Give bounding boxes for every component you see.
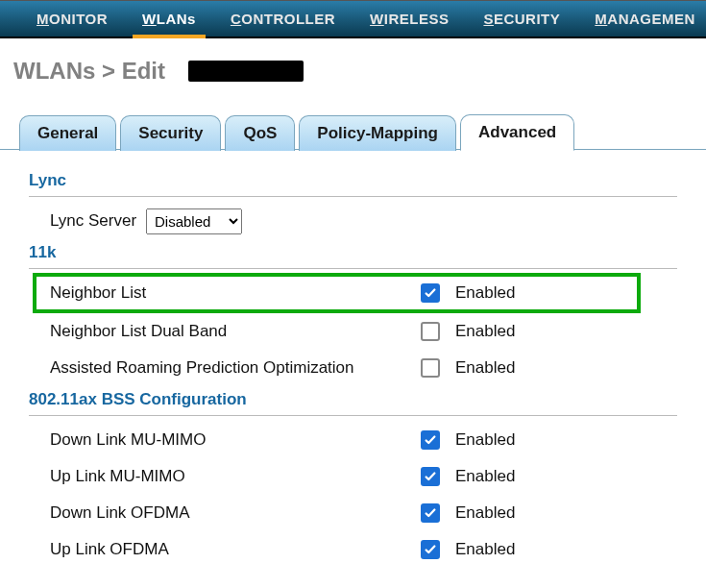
divider <box>29 268 677 269</box>
label-ul-ofdma: Up Link OFDMA <box>50 540 415 559</box>
tab-qos[interactable]: QoS <box>225 115 295 151</box>
row-ul-ofdma: Up Link OFDMA Enabled <box>29 531 677 568</box>
tab-policy-mapping[interactable]: Policy-Mapping <box>299 115 456 151</box>
section-80211ax-header: 802.11ax BSS Configuration <box>29 390 677 409</box>
select-lync-server[interactable]: Disabled <box>146 208 242 234</box>
status-dl-mumimo: Enabled <box>446 430 515 450</box>
tab-content-advanced: Lync Lync Server Disabled 11k Neighbor L… <box>0 149 706 588</box>
nav-wireless[interactable]: WIRELESS <box>353 1 466 37</box>
redacted-name <box>188 61 304 82</box>
label-neighbor-list-dual-band: Neighbor List Dual Band <box>50 322 415 341</box>
status-ul-mumimo: Enabled <box>446 467 515 486</box>
label-assisted-roaming: Assisted Roaming Prediction Optimization <box>50 358 415 378</box>
checkbox-dl-mumimo[interactable] <box>421 430 440 450</box>
section-11k-header: 11k <box>29 243 677 262</box>
nav-management[interactable]: MANAGEMEN <box>577 1 706 37</box>
row-lync-server: Lync Server Disabled <box>29 203 677 239</box>
nav-monitor[interactable]: MONITOR <box>19 1 125 37</box>
tab-advanced[interactable]: Advanced <box>460 114 574 151</box>
checkbox-neighbor-list[interactable] <box>421 283 440 303</box>
checkbox-dl-ofdma[interactable] <box>421 503 440 523</box>
status-ul-ofdma: Enabled <box>446 540 515 559</box>
label-dl-mumimo: Down Link MU-MIMO <box>50 430 415 450</box>
top-nav: MONITOR WLANs CONTROLLER WIRELESS SECURI… <box>0 0 706 38</box>
tab-general[interactable]: General <box>19 115 116 151</box>
nav-wlans[interactable]: WLANs <box>125 1 213 37</box>
divider <box>29 415 677 416</box>
page-title: WLANs > Edit <box>13 58 165 85</box>
tabs: General Security QoS Policy-Mapping Adva… <box>0 113 706 150</box>
status-dl-ofdma: Enabled <box>446 503 515 523</box>
row-dl-ofdma: Down Link OFDMA Enabled <box>29 495 677 531</box>
row-ul-mumimo: Up Link MU-MIMO Enabled <box>29 458 677 495</box>
row-dl-mumimo: Down Link MU-MIMO Enabled <box>29 422 677 458</box>
checkbox-ul-ofdma[interactable] <box>421 540 440 559</box>
status-neighbor-list: Enabled <box>446 283 515 303</box>
tab-security[interactable]: Security <box>120 115 221 151</box>
row-neighbor-list: Neighbor List Enabled <box>35 275 639 311</box>
status-assisted-roaming: Enabled <box>446 358 515 378</box>
checkbox-assisted-roaming[interactable] <box>421 358 440 378</box>
row-assisted-roaming: Assisted Roaming Prediction Optimization… <box>29 350 677 386</box>
nav-controller[interactable]: CONTROLLER <box>213 1 353 37</box>
checkbox-ul-mumimo[interactable] <box>421 467 440 486</box>
page-header: WLANs > Edit <box>0 38 706 110</box>
divider <box>29 196 677 197</box>
label-ul-mumimo: Up Link MU-MIMO <box>50 467 415 486</box>
label-dl-ofdma: Down Link OFDMA <box>50 503 415 523</box>
section-lync-header: Lync <box>29 171 677 190</box>
label-neighbor-list: Neighbor List <box>50 283 415 303</box>
checkbox-neighbor-list-dual-band[interactable] <box>421 322 440 341</box>
nav-security[interactable]: SECURITY <box>466 1 577 37</box>
status-neighbor-list-dual-band: Enabled <box>446 322 515 341</box>
row-neighbor-list-dual-band: Neighbor List Dual Band Enabled <box>29 313 677 350</box>
